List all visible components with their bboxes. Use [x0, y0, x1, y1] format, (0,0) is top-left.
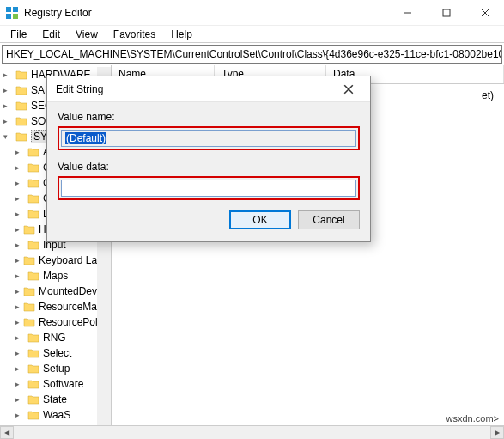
tree-label: WaaS	[43, 409, 70, 421]
folder-icon	[15, 85, 27, 95]
folder-icon	[27, 271, 39, 281]
folder-icon	[27, 209, 39, 219]
tree-item[interactable]: ▸Keyboard Layou	[0, 253, 97, 268]
value-data-label: Value data:	[58, 161, 360, 173]
dialog-title: Edit String	[56, 83, 336, 95]
tree-label: RNG	[43, 332, 66, 344]
expand-caret-icon[interactable]: ▸	[15, 349, 24, 357]
expand-caret-icon[interactable]: ▸	[15, 411, 24, 419]
tree-item[interactable]: ▸ResourceManag	[0, 299, 97, 314]
folder-icon	[27, 394, 39, 405]
expand-caret-icon[interactable]: ▸	[15, 194, 24, 203]
menu-file[interactable]: File	[3, 27, 33, 42]
expand-caret-icon[interactable]: ▸	[15, 318, 20, 326]
folder-icon	[15, 70, 27, 80]
expand-caret-icon[interactable]: ▾	[3, 132, 12, 141]
tree-item[interactable]: ▸State	[0, 392, 97, 407]
svg-rect-0	[6, 7, 11, 12]
expand-caret-icon[interactable]: ▸	[15, 225, 20, 234]
folder-icon	[23, 255, 35, 265]
address-bar[interactable]: HKEY_LOCAL_MACHINE\SYSTEM\CurrentControl…	[2, 45, 502, 64]
tree-label: Software	[43, 378, 83, 390]
expand-caret-icon[interactable]: ▸	[15, 287, 20, 296]
tree-item[interactable]: ▸RNG	[0, 330, 97, 345]
tree-item[interactable]: ▸Software	[0, 376, 97, 392]
titlebar: Registry Editor	[0, 0, 504, 26]
address-text: HKEY_LOCAL_MACHINE\SYSTEM\CurrentControl…	[6, 48, 502, 60]
expand-caret-icon[interactable]: ▸	[3, 101, 12, 110]
menu-help[interactable]: Help	[164, 27, 199, 42]
registry-icon	[5, 6, 19, 20]
close-button[interactable]	[465, 0, 504, 25]
value-name-highlight: (Default)	[58, 126, 360, 150]
tree-item[interactable]: ▸ResourcePolicy	[0, 314, 97, 330]
value-data-highlight	[58, 176, 360, 200]
folder-icon	[27, 410, 39, 420]
menu-view[interactable]: View	[69, 27, 105, 42]
folder-icon	[27, 240, 39, 250]
expand-caret-icon[interactable]: ▸	[15, 210, 24, 218]
tree-item[interactable]: ▸Maps	[0, 268, 97, 284]
expand-caret-icon[interactable]: ▸	[15, 364, 24, 373]
window-title: Registry Editor	[24, 7, 388, 19]
tree-item[interactable]: ▸Setup	[0, 361, 97, 376]
svg-rect-3	[13, 14, 18, 19]
scroll-track[interactable]	[14, 426, 490, 439]
expand-caret-icon[interactable]: ▸	[15, 333, 24, 342]
tree-item[interactable]: ▸MountedDevice	[0, 284, 97, 299]
value-name-label: Value name:	[58, 111, 360, 123]
expand-caret-icon[interactable]: ▸	[15, 271, 24, 280]
cancel-button[interactable]: Cancel	[298, 210, 360, 229]
scroll-right-icon[interactable]: ▶	[490, 426, 504, 439]
folder-icon	[27, 178, 39, 188]
ok-button[interactable]: OK	[229, 210, 291, 229]
menu-edit[interactable]: Edit	[35, 27, 67, 42]
svg-rect-2	[6, 14, 11, 19]
minimize-button[interactable]	[388, 0, 427, 25]
horizontal-scrollbar[interactable]: ◀ ▶	[0, 425, 504, 439]
folder-icon	[15, 131, 27, 142]
folder-icon	[27, 379, 39, 389]
dialog-titlebar: Edit String	[47, 76, 370, 102]
dialog-close-button[interactable]	[336, 76, 361, 102]
expand-caret-icon[interactable]: ▸	[15, 163, 24, 172]
expand-caret-icon[interactable]: ▸	[3, 117, 12, 125]
maximize-button[interactable]	[427, 0, 465, 25]
folder-icon	[23, 286, 35, 296]
tree-label: MountedDevice	[39, 285, 97, 297]
expand-caret-icon[interactable]: ▸	[15, 302, 20, 311]
scroll-left-icon[interactable]: ◀	[0, 426, 14, 439]
folder-icon	[27, 348, 39, 358]
value-data-input[interactable]	[61, 180, 356, 197]
expand-caret-icon[interactable]: ▸	[3, 70, 12, 79]
menu-favorites[interactable]: Favorites	[106, 27, 162, 42]
svg-rect-1	[13, 7, 18, 12]
folder-icon	[27, 162, 39, 173]
tree-label: Setup	[43, 363, 70, 375]
tree-item[interactable]: ▸WaaS	[0, 407, 97, 423]
expand-caret-icon[interactable]: ▸	[15, 395, 24, 404]
value-name-input[interactable]: (Default)	[61, 130, 356, 147]
folder-icon	[23, 224, 35, 235]
expand-caret-icon[interactable]: ▸	[15, 179, 24, 187]
row-data-fragment: et)	[482, 89, 494, 101]
svg-rect-5	[443, 9, 450, 16]
dialog-body: Value name: (Default) Value data: OK Can…	[47, 102, 370, 241]
expand-caret-icon[interactable]: ▸	[3, 86, 12, 95]
window-controls	[388, 0, 504, 25]
expand-caret-icon[interactable]: ▸	[15, 241, 24, 249]
expand-caret-icon[interactable]: ▸	[15, 380, 24, 388]
tree-label: Keyboard Layou	[39, 254, 97, 266]
expand-caret-icon[interactable]: ▸	[15, 256, 20, 265]
watermark: wsxdn.com>	[446, 413, 499, 424]
folder-icon	[27, 363, 39, 374]
tree-item[interactable]: ▸Select	[0, 345, 97, 361]
folder-icon	[27, 147, 39, 157]
tree-label: ResourceManag	[39, 301, 97, 313]
dialog-buttons: OK Cancel	[58, 210, 360, 229]
tree-label: Select	[43, 347, 71, 359]
expand-caret-icon[interactable]: ▸	[15, 148, 24, 156]
folder-icon	[27, 332, 39, 343]
folder-icon	[23, 317, 35, 327]
tree-label: Maps	[43, 270, 68, 282]
